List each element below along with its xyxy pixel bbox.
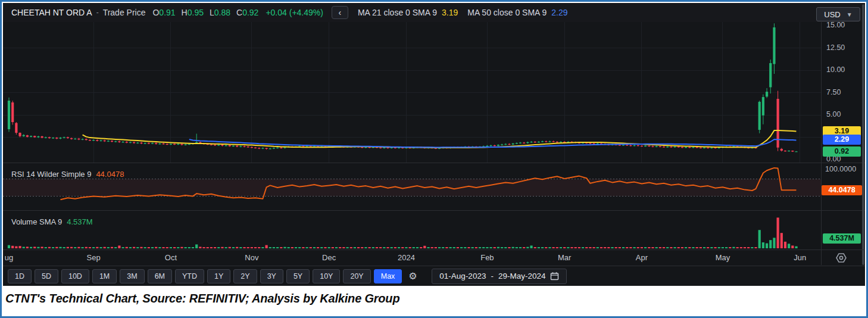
chevron-left-icon: ‹: [339, 8, 342, 17]
date-to: 29-May-2024: [498, 272, 546, 280]
range-button-3m[interactable]: 3M: [120, 269, 144, 283]
last-value-badge: 0.92: [823, 146, 861, 157]
x-axis-label: Jun: [794, 253, 806, 262]
range-button-10d[interactable]: 10D: [61, 269, 89, 283]
price-chart-canvas[interactable]: [3, 22, 821, 163]
range-button-3y[interactable]: 3Y: [260, 269, 283, 283]
caption-bar: CTNT's Technical Chart, Source: REFINITI…: [3, 287, 865, 316]
high-value: 0.95: [188, 8, 204, 17]
ohlc-readout: O0.91 H0.95 L0.88 C0.92: [152, 8, 258, 17]
series-label: Trade Price: [103, 8, 146, 17]
close-label: C: [236, 8, 242, 17]
caption-text: CTNT's Technical Chart, Source: REFINITI…: [3, 287, 865, 305]
open-label: O: [152, 8, 159, 17]
rsi-value-badge: 44.0478: [822, 185, 862, 195]
chevron-down-icon: ▼: [847, 11, 853, 18]
x-axis-label: May: [716, 253, 730, 262]
volume-pane-legend: Volume SMA 94.537M: [11, 217, 93, 226]
ma50-legend: MA 50 close 0 SMA 92.29: [467, 8, 567, 17]
range-button-max[interactable]: Max: [374, 269, 402, 283]
date-from: 01-Aug-2023: [439, 272, 486, 280]
x-axis-label: 2024: [398, 253, 415, 262]
ma50-label: MA 50 close 0 SMA 9: [467, 8, 547, 17]
time-axis[interactable]: ugSepOctNovDec2024FebMarAprMayJun: [3, 250, 865, 265]
range-button-6m[interactable]: 6M: [148, 269, 172, 283]
x-axis-label: Dec: [322, 253, 336, 262]
low-label: L: [210, 8, 214, 17]
range-button-5y[interactable]: 5Y: [286, 269, 310, 283]
rsi-chart-canvas[interactable]: [3, 163, 821, 210]
range-button-1y[interactable]: 1Y: [207, 269, 230, 283]
high-label: H: [182, 8, 188, 17]
ma50-value: 2.29: [551, 8, 567, 17]
chart-header: CHEETAH NT ORD A - Trade Price O0.91 H0.…: [3, 3, 865, 22]
price-tick-label: 7.50: [826, 88, 841, 96]
range-toolbar: 1D5D10D1M3M6MYTD1Y2Y3Y5Y10Y20YMax⚙01-Aug…: [3, 266, 865, 286]
price-tick-label: 5.00: [826, 110, 841, 119]
x-axis-label: Apr: [636, 253, 648, 262]
date-range-button[interactable]: 01-Aug-2023-29-May-2024: [432, 269, 567, 284]
chart-application: CHEETAH NT ORD A - Trade Price O0.91 H0.…: [3, 3, 865, 286]
date-sep: -: [491, 272, 494, 280]
low-value: 0.88: [214, 8, 230, 17]
open-value: 0.91: [159, 8, 175, 17]
change-value: +0.04 (+4.49%): [266, 8, 323, 17]
screenshot-frame: CHEETAH NT ORD A - Trade Price O0.91 H0.…: [0, 0, 868, 318]
x-axis-label: ug: [5, 253, 13, 262]
range-button-10y[interactable]: 10Y: [313, 269, 340, 283]
price-tick-label: 12.50: [826, 43, 845, 52]
symbol-separator: -: [96, 8, 99, 17]
rsi-label: RSI 14 Wilder Simple 9: [11, 170, 91, 179]
ma21-value: 3.19: [442, 8, 458, 17]
price-tick-label: 15.00: [826, 21, 845, 29]
hexagon-settings-icon[interactable]: [834, 252, 848, 264]
range-button-20y[interactable]: 20Y: [343, 269, 370, 283]
currency-value: USD: [824, 10, 840, 19]
calendar-icon: [550, 272, 559, 280]
range-button-2y[interactable]: 2Y: [233, 269, 257, 283]
x-axis-label: Sep: [87, 253, 101, 262]
collapse-legend-button[interactable]: ‹: [332, 6, 348, 19]
volume-value: 4.537M: [67, 217, 92, 226]
gear-icon[interactable]: ⚙: [405, 269, 420, 283]
x-axis-label: Oct: [165, 253, 177, 262]
volume-value-badge: 4.537M: [823, 233, 861, 244]
range-button-1m[interactable]: 1M: [92, 269, 117, 283]
panel-divider: [3, 163, 865, 163]
currency-dropdown[interactable]: USD ▼: [816, 7, 860, 21]
rsi-value: 44.0478: [96, 170, 124, 179]
x-axis-label: Mar: [558, 253, 571, 262]
ma21-legend: MA 21 close 0 SMA 93.19: [358, 8, 458, 17]
close-value: 0.92: [242, 8, 258, 17]
range-button-5d[interactable]: 5D: [35, 269, 58, 283]
range-button-1d[interactable]: 1D: [8, 269, 32, 283]
range-button-ytd[interactable]: YTD: [175, 269, 204, 283]
last-value-badge: 2.29: [823, 135, 861, 145]
rsi-pane-legend: RSI 14 Wilder Simple 944.0478: [11, 170, 124, 179]
volume-chart-canvas[interactable]: [3, 210, 821, 250]
symbol-name: CHEETAH NT ORD A: [11, 8, 92, 17]
x-axis-label: Feb: [480, 253, 494, 262]
price-tick-label: 10.00: [826, 66, 845, 74]
volume-label: Volume SMA 9: [11, 217, 62, 226]
ma21-label: MA 21 close 0 SMA 9: [358, 8, 437, 17]
panel-divider: [3, 210, 865, 211]
rsi-axis-top-label: 100.0000: [825, 165, 856, 173]
x-axis-label: Nov: [245, 253, 258, 262]
price-axis[interactable]: 15.0012.5010.007.505.000.003.192.290.921…: [822, 22, 865, 265]
